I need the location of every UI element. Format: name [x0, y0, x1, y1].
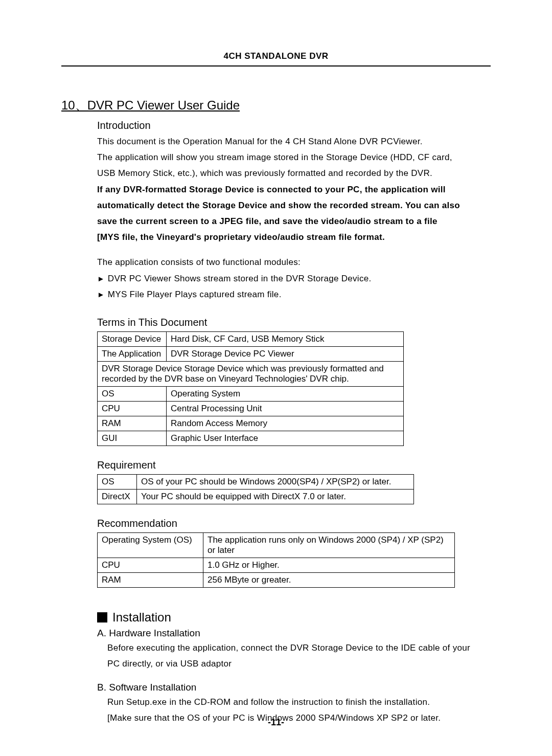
modules-intro: The application consists of two function… — [97, 255, 491, 269]
triangle-right-icon: ► — [97, 290, 105, 299]
install-line: Before executing the application, connec… — [107, 641, 491, 655]
page-number: -11- — [0, 717, 552, 728]
bullet-text: DVR PC Viewer Shows stream stored in the… — [108, 272, 372, 285]
triangle-right-icon: ► — [97, 274, 105, 283]
table-row: OS OS of your PC should be Windows 2000(… — [98, 474, 414, 489]
cell: Central Processing Unit — [167, 401, 404, 416]
terms-block: Terms in This Document Storage Device Ha… — [97, 317, 491, 446]
cell: 256 MByte or greater. — [203, 572, 455, 587]
table-row: RAM 256 MByte or greater. — [98, 572, 455, 587]
recommendation-block: Recommendation Operating System (OS) The… — [97, 518, 491, 588]
cell: 1.0 GHz or Higher. — [203, 558, 455, 572]
cell: CPU — [98, 401, 167, 416]
cell: CPU — [98, 558, 203, 572]
install-line: PC directly, or via USB adaptor — [107, 657, 491, 671]
cell: The Application — [98, 346, 167, 361]
terms-heading: Terms in This Document — [97, 317, 491, 328]
cell: DVR Storage Device PC Viewer — [167, 346, 404, 361]
intro-line: USB Memory Stick, etc.), which was previ… — [97, 166, 491, 180]
install-line: Run Setup.exe in the CD-ROM and follow t… — [107, 695, 491, 709]
table-row: Storage Device Hard Disk, CF Card, USB M… — [98, 331, 404, 346]
cell: GUI — [98, 431, 167, 446]
requirement-heading: Requirement — [97, 459, 491, 471]
bullet-item: ► DVR PC Viewer Shows stream stored in t… — [97, 272, 491, 287]
hardware-install-heading: A. Hardware Installation — [97, 628, 491, 639]
table-row: RAM Random Access Memory — [98, 416, 404, 431]
cell: Operating System — [167, 386, 404, 401]
requirement-block: Requirement OS OS of your PC should be W… — [97, 459, 491, 504]
table-row: CPU Central Processing Unit — [98, 401, 404, 416]
cell: OS — [98, 474, 137, 489]
cell: Hard Disk, CF Card, USB Memory Stick — [167, 331, 404, 346]
section-title: 10、DVR PC Viewer User Guide — [61, 97, 491, 114]
installation-heading: Installation — [97, 610, 491, 625]
table-row: CPU 1.0 GHz or Higher. — [98, 558, 455, 572]
intro-line: This document is the Operation Manual fo… — [97, 135, 491, 148]
table-row: GUI Graphic User Interface — [98, 431, 404, 446]
terms-table: Storage Device Hard Disk, CF Card, USB M… — [97, 331, 404, 446]
intro-line: The application will show you stream ima… — [97, 150, 491, 164]
cell: RAM — [98, 572, 203, 587]
cell: The application runs only on Windows 200… — [203, 532, 455, 558]
recommendation-table: Operating System (OS) The application ru… — [97, 532, 455, 588]
header-divider — [61, 65, 491, 66]
intro-heading: Introduction — [97, 120, 491, 131]
recommendation-heading: Recommendation — [97, 518, 491, 529]
intro-line-bold: If any DVR-formatted Storage Device is c… — [97, 183, 491, 196]
cell: OS — [98, 386, 167, 401]
intro-line-bold: [MYS file, the Vineyard's proprietary vi… — [97, 230, 491, 244]
requirement-table: OS OS of your PC should be Windows 2000(… — [97, 474, 414, 504]
cell: Operating System (OS) — [98, 532, 203, 558]
cell: Random Access Memory — [167, 416, 404, 431]
table-row: DVR Storage Device Storage Device which … — [98, 361, 404, 386]
table-row: DirectX Your PC should be equipped with … — [98, 489, 414, 504]
software-install-heading: B. Software Installation — [97, 682, 491, 693]
square-bullet-icon — [97, 612, 107, 622]
intro-line-bold: automatically detect the Storage Device … — [97, 198, 491, 212]
table-row: The Application DVR Storage Device PC Vi… — [98, 346, 404, 361]
bullet-text: MYS File Player Plays captured stream fi… — [108, 287, 282, 301]
cell: RAM — [98, 416, 167, 431]
cell: DirectX — [98, 489, 137, 504]
cell: Storage Device — [98, 331, 167, 346]
installation-block: Installation A. Hardware Installation Be… — [97, 610, 491, 725]
intro-line-bold: save the current screen to a JPEG file, … — [97, 214, 491, 228]
document-page: 4CH STANDALONE DVR 10、DVR PC Viewer User… — [0, 0, 552, 756]
table-row: Operating System (OS) The application ru… — [98, 532, 455, 558]
introduction-block: Introduction This document is the Operat… — [97, 120, 491, 303]
cell-span: DVR Storage Device Storage Device which … — [98, 361, 404, 386]
cell: OS of your PC should be Windows 2000(SP4… — [137, 474, 414, 489]
installation-heading-text: Installation — [112, 610, 171, 624]
page-header-title: 4CH STANDALONE DVR — [61, 51, 491, 61]
cell: Graphic User Interface — [167, 431, 404, 446]
cell: Your PC should be equipped with DirectX … — [137, 489, 414, 504]
bullet-item: ► MYS File Player Plays captured stream … — [97, 287, 491, 303]
hardware-install-body: Before executing the application, connec… — [107, 641, 491, 671]
table-row: OS Operating System — [98, 386, 404, 401]
